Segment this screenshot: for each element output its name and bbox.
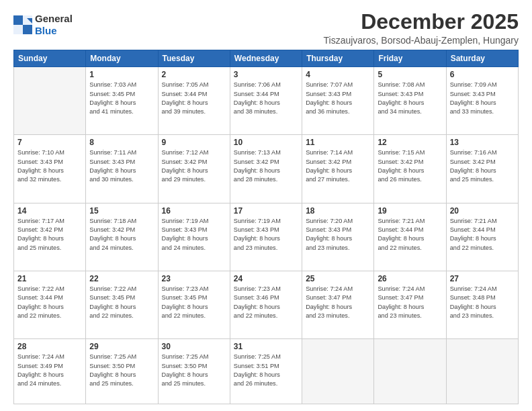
calendar-day-cell: 17Sunrise: 7:19 AMSunset: 3:43 PMDayligh… bbox=[230, 203, 302, 271]
logo-text: General Blue bbox=[35, 13, 73, 37]
weekday-header: Monday bbox=[86, 50, 158, 67]
header: General Blue December 2025 Tiszaujvaros,… bbox=[13, 10, 519, 46]
calendar-day-cell: 26Sunrise: 7:24 AMSunset: 3:47 PMDayligh… bbox=[374, 271, 446, 338]
logo: General Blue bbox=[13, 13, 73, 37]
day-info: Sunrise: 7:21 AMSunset: 3:44 PMDaylight:… bbox=[450, 217, 515, 253]
calendar-day-cell: 9Sunrise: 7:12 AMSunset: 3:42 PMDaylight… bbox=[158, 135, 230, 203]
calendar-week-row: 28Sunrise: 7:24 AMSunset: 3:49 PMDayligh… bbox=[14, 339, 519, 404]
calendar-day-cell: 2Sunrise: 7:05 AMSunset: 3:44 PMDaylight… bbox=[158, 67, 230, 135]
day-number: 13 bbox=[450, 138, 515, 147]
day-info: Sunrise: 7:11 AMSunset: 3:43 PMDaylight:… bbox=[89, 148, 154, 184]
calendar-day-cell bbox=[14, 67, 86, 135]
calendar-day-cell: 18Sunrise: 7:20 AMSunset: 3:43 PMDayligh… bbox=[302, 203, 374, 271]
calendar-day-cell: 28Sunrise: 7:24 AMSunset: 3:49 PMDayligh… bbox=[14, 339, 86, 404]
calendar-day-cell: 31Sunrise: 7:25 AMSunset: 3:51 PMDayligh… bbox=[230, 339, 302, 404]
day-info: Sunrise: 7:25 AMSunset: 3:50 PMDaylight:… bbox=[162, 353, 226, 388]
day-info: Sunrise: 7:08 AMSunset: 3:43 PMDaylight:… bbox=[378, 81, 442, 116]
calendar-day-cell: 29Sunrise: 7:25 AMSunset: 3:50 PMDayligh… bbox=[86, 339, 158, 404]
day-number: 25 bbox=[306, 274, 370, 283]
calendar-week-row: 1Sunrise: 7:03 AMSunset: 3:45 PMDaylight… bbox=[14, 67, 519, 135]
day-info: Sunrise: 7:24 AMSunset: 3:47 PMDaylight:… bbox=[378, 285, 442, 320]
day-info: Sunrise: 7:03 AMSunset: 3:45 PMDaylight:… bbox=[89, 81, 154, 116]
day-info: Sunrise: 7:24 AMSunset: 3:47 PMDaylight:… bbox=[306, 285, 370, 320]
day-number: 12 bbox=[378, 138, 442, 147]
calendar-day-cell: 15Sunrise: 7:18 AMSunset: 3:42 PMDayligh… bbox=[86, 203, 158, 271]
day-number: 23 bbox=[162, 274, 226, 283]
logo-blue: Blue bbox=[35, 25, 73, 37]
day-info: Sunrise: 7:06 AMSunset: 3:44 PMDaylight:… bbox=[234, 81, 298, 116]
svg-rect-2 bbox=[13, 25, 23, 34]
day-number: 26 bbox=[378, 274, 442, 283]
day-info: Sunrise: 7:22 AMSunset: 3:45 PMDaylight:… bbox=[89, 285, 154, 320]
day-info: Sunrise: 7:24 AMSunset: 3:49 PMDaylight:… bbox=[17, 353, 82, 388]
calendar-week-row: 21Sunrise: 7:22 AMSunset: 3:44 PMDayligh… bbox=[14, 271, 519, 338]
day-number: 21 bbox=[17, 274, 82, 283]
calendar-day-cell: 7Sunrise: 7:10 AMSunset: 3:43 PMDaylight… bbox=[14, 135, 86, 203]
day-number: 30 bbox=[162, 342, 226, 351]
calendar-day-cell: 1Sunrise: 7:03 AMSunset: 3:45 PMDaylight… bbox=[86, 67, 158, 135]
calendar-day-cell: 16Sunrise: 7:19 AMSunset: 3:43 PMDayligh… bbox=[158, 203, 230, 271]
day-info: Sunrise: 7:23 AMSunset: 3:46 PMDaylight:… bbox=[234, 285, 298, 320]
calendar-day-cell bbox=[446, 339, 518, 404]
day-info: Sunrise: 7:10 AMSunset: 3:43 PMDaylight:… bbox=[17, 148, 82, 184]
day-info: Sunrise: 7:24 AMSunset: 3:48 PMDaylight:… bbox=[450, 285, 515, 320]
day-info: Sunrise: 7:25 AMSunset: 3:51 PMDaylight:… bbox=[234, 353, 298, 388]
calendar-week-row: 14Sunrise: 7:17 AMSunset: 3:42 PMDayligh… bbox=[14, 203, 519, 271]
day-number: 1 bbox=[89, 70, 154, 79]
day-info: Sunrise: 7:25 AMSunset: 3:50 PMDaylight:… bbox=[89, 353, 154, 388]
day-info: Sunrise: 7:09 AMSunset: 3:43 PMDaylight:… bbox=[450, 81, 515, 116]
weekday-header: Friday bbox=[374, 50, 446, 67]
day-info: Sunrise: 7:20 AMSunset: 3:43 PMDaylight:… bbox=[306, 217, 370, 253]
day-number: 14 bbox=[17, 206, 82, 216]
title-area: December 2025 Tiszaujvaros, Borsod-Abauj… bbox=[324, 10, 519, 46]
day-info: Sunrise: 7:19 AMSunset: 3:43 PMDaylight:… bbox=[162, 217, 226, 253]
location-title: Tiszaujvaros, Borsod-Abauj-Zemplen, Hung… bbox=[324, 35, 519, 46]
day-info: Sunrise: 7:07 AMSunset: 3:43 PMDaylight:… bbox=[306, 81, 370, 116]
logo-icon bbox=[13, 15, 32, 34]
day-info: Sunrise: 7:15 AMSunset: 3:42 PMDaylight:… bbox=[378, 148, 442, 184]
calendar-day-cell: 22Sunrise: 7:22 AMSunset: 3:45 PMDayligh… bbox=[86, 271, 158, 338]
day-number: 18 bbox=[306, 206, 370, 216]
calendar-day-cell: 3Sunrise: 7:06 AMSunset: 3:44 PMDaylight… bbox=[230, 67, 302, 135]
day-number: 16 bbox=[162, 206, 226, 216]
calendar-day-cell: 24Sunrise: 7:23 AMSunset: 3:46 PMDayligh… bbox=[230, 271, 302, 338]
svg-rect-0 bbox=[13, 15, 23, 25]
calendar-day-cell: 14Sunrise: 7:17 AMSunset: 3:42 PMDayligh… bbox=[14, 203, 86, 271]
day-info: Sunrise: 7:18 AMSunset: 3:42 PMDaylight:… bbox=[89, 217, 154, 253]
day-number: 8 bbox=[89, 138, 154, 147]
day-info: Sunrise: 7:05 AMSunset: 3:44 PMDaylight:… bbox=[162, 81, 226, 116]
day-info: Sunrise: 7:12 AMSunset: 3:42 PMDaylight:… bbox=[162, 148, 226, 184]
day-info: Sunrise: 7:22 AMSunset: 3:44 PMDaylight:… bbox=[17, 285, 82, 320]
day-number: 28 bbox=[17, 342, 82, 351]
page: General Blue December 2025 Tiszaujvaros,… bbox=[0, 0, 532, 411]
day-info: Sunrise: 7:23 AMSunset: 3:45 PMDaylight:… bbox=[162, 285, 226, 320]
svg-rect-3 bbox=[23, 25, 32, 34]
calendar-day-cell: 5Sunrise: 7:08 AMSunset: 3:43 PMDaylight… bbox=[374, 67, 446, 135]
day-number: 11 bbox=[306, 138, 370, 147]
day-number: 19 bbox=[378, 206, 442, 216]
calendar-day-cell bbox=[374, 339, 446, 404]
calendar-day-cell: 8Sunrise: 7:11 AMSunset: 3:43 PMDaylight… bbox=[86, 135, 158, 203]
day-number: 3 bbox=[234, 70, 298, 79]
day-number: 22 bbox=[89, 274, 154, 283]
calendar-day-cell: 21Sunrise: 7:22 AMSunset: 3:44 PMDayligh… bbox=[14, 271, 86, 338]
weekday-header: Sunday bbox=[14, 50, 86, 67]
day-number: 7 bbox=[17, 138, 82, 147]
month-title: December 2025 bbox=[324, 10, 519, 34]
day-info: Sunrise: 7:13 AMSunset: 3:42 PMDaylight:… bbox=[234, 148, 298, 184]
weekday-header: Saturday bbox=[446, 50, 518, 67]
day-number: 4 bbox=[306, 70, 370, 79]
calendar-day-cell: 30Sunrise: 7:25 AMSunset: 3:50 PMDayligh… bbox=[158, 339, 230, 404]
calendar-day-cell: 10Sunrise: 7:13 AMSunset: 3:42 PMDayligh… bbox=[230, 135, 302, 203]
logo-general: General bbox=[35, 13, 73, 25]
day-number: 5 bbox=[378, 70, 442, 79]
calendar-day-cell: 12Sunrise: 7:15 AMSunset: 3:42 PMDayligh… bbox=[374, 135, 446, 203]
day-number: 10 bbox=[234, 138, 298, 147]
day-info: Sunrise: 7:14 AMSunset: 3:42 PMDaylight:… bbox=[306, 148, 370, 184]
calendar-day-cell: 20Sunrise: 7:21 AMSunset: 3:44 PMDayligh… bbox=[446, 203, 518, 271]
day-info: Sunrise: 7:17 AMSunset: 3:42 PMDaylight:… bbox=[17, 217, 82, 253]
weekday-header: Tuesday bbox=[158, 50, 230, 67]
day-number: 6 bbox=[450, 70, 515, 79]
day-number: 24 bbox=[234, 274, 298, 283]
day-info: Sunrise: 7:19 AMSunset: 3:43 PMDaylight:… bbox=[234, 217, 298, 253]
